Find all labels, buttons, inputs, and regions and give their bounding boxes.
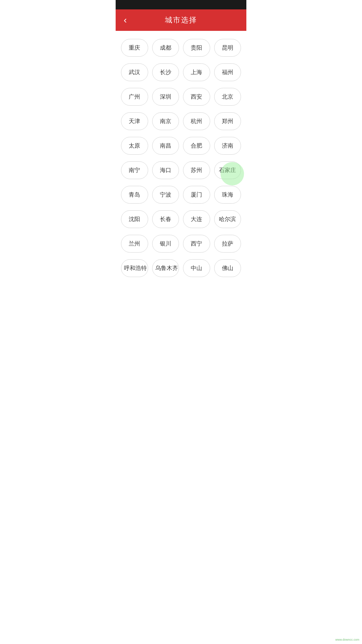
city-button[interactable]: 长沙 — [152, 63, 179, 81]
city-button[interactable]: 沈阳 — [121, 210, 148, 228]
city-button[interactable]: 南京 — [152, 112, 179, 130]
city-button[interactable]: 西宁 — [183, 235, 210, 253]
city-button[interactable]: 大连 — [183, 210, 210, 228]
city-button[interactable]: 哈尔滨 — [214, 210, 241, 228]
city-button[interactable]: 深圳 — [152, 88, 179, 106]
city-button[interactable]: 青岛 — [121, 186, 148, 204]
status-bar — [116, 0, 246, 9]
city-button[interactable]: 昆明 — [214, 39, 241, 57]
city-button[interactable]: 兰州 — [121, 235, 148, 253]
city-grid: 重庆成都贵阳昆明武汉长沙上海福州广州深圳西安北京天津南京杭州郑州太原南昌合肥济南… — [116, 31, 246, 285]
city-button[interactable]: 苏州 — [183, 161, 210, 179]
city-button[interactable]: 广州 — [121, 88, 148, 106]
city-button[interactable]: 成都 — [152, 39, 179, 57]
city-button[interactable]: 佛山 — [214, 259, 241, 277]
city-button[interactable]: 武汉 — [121, 63, 148, 81]
city-button[interactable]: 呼和浩特 — [121, 259, 148, 277]
city-button[interactable]: 乌鲁木齐 — [152, 259, 179, 277]
city-button[interactable]: 长春 — [152, 210, 179, 228]
city-button[interactable]: 重庆 — [121, 39, 148, 57]
city-button[interactable]: 西安 — [183, 88, 210, 106]
city-button[interactable]: 石家庄 — [214, 161, 241, 179]
city-button[interactable]: 郑州 — [214, 112, 241, 130]
city-button[interactable]: 杭州 — [183, 112, 210, 130]
city-button[interactable]: 宁波 — [152, 186, 179, 204]
city-button[interactable]: 中山 — [183, 259, 210, 277]
city-button[interactable]: 海口 — [152, 161, 179, 179]
back-button[interactable]: ‹ — [121, 13, 129, 28]
city-button[interactable]: 天津 — [121, 112, 148, 130]
city-button[interactable]: 福州 — [214, 63, 241, 81]
header: ‹ 城市选择 — [116, 9, 246, 31]
city-button[interactable]: 厦门 — [183, 186, 210, 204]
page-title: 城市选择 — [165, 15, 197, 25]
city-button[interactable]: 北京 — [214, 88, 241, 106]
city-button[interactable]: 南昌 — [152, 137, 179, 155]
city-button[interactable]: 拉萨 — [214, 235, 241, 253]
city-button[interactable]: 珠海 — [214, 186, 241, 204]
city-button[interactable]: 南宁 — [121, 161, 148, 179]
city-button[interactable]: 太原 — [121, 137, 148, 155]
city-button[interactable]: 上海 — [183, 63, 210, 81]
city-button[interactable]: 合肥 — [183, 137, 210, 155]
city-button[interactable]: 贵阳 — [183, 39, 210, 57]
city-button[interactable]: 济南 — [214, 137, 241, 155]
city-button[interactable]: 银川 — [152, 235, 179, 253]
